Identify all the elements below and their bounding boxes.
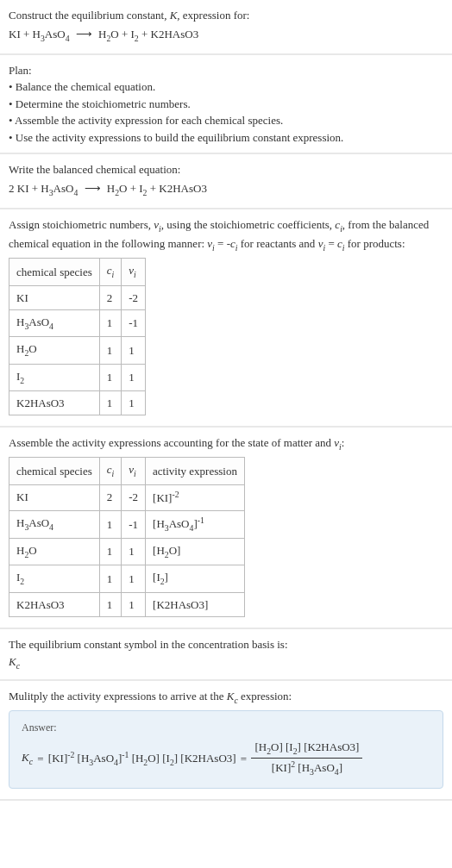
plan-bullet-2: • Determine the stoichiometric numbers. <box>9 96 443 113</box>
kc-denominator: [KI]2 [H3AsO4] <box>251 759 362 779</box>
answer-label: Answer: <box>22 720 430 735</box>
equals-sign: = <box>238 751 250 768</box>
cell-expr: [H2O] <box>146 539 245 565</box>
cell-ci: 1 <box>99 539 122 565</box>
plan-bullet-1: • Balance the chemical equation. <box>9 78 443 96</box>
table-row: H2O 1 1 <box>9 337 146 364</box>
cell-ci: 1 <box>99 390 122 415</box>
cell-ci: 2 <box>99 285 122 310</box>
cell-ci: 1 <box>99 310 122 337</box>
cell-species: I2 <box>9 565 100 592</box>
plan-heading: Plan: <box>9 62 443 79</box>
answer-box: Answer: Kc = [KI]-2 [H3AsO4]-1 [H2O] [I2… <box>9 710 443 789</box>
kc-expression: Kc = [KI]-2 [H3AsO4]-1 [H2O] [I2] [K2HAs… <box>22 739 430 779</box>
multiply-section: Mulitply the activity expressions to arr… <box>0 681 452 801</box>
table-row: H3AsO4 1 -1 [H3AsO4]-1 <box>9 510 245 539</box>
col-vi: νi <box>122 259 146 285</box>
cell-expr: [K2HAsO3] <box>146 592 245 617</box>
activity-para: Assemble the activity expressions accoun… <box>9 434 443 453</box>
table-row: I2 1 1 <box>9 364 146 390</box>
balanced-section: Write the balanced chemical equation: 2 … <box>0 154 452 209</box>
cell-vi: 1 <box>122 592 146 617</box>
table-row: H3AsO4 1 -1 <box>9 310 146 337</box>
table-row: KI 2 -2 [KI]-2 <box>9 484 245 510</box>
table-row: chemical species ci νi <box>9 259 146 285</box>
cell-vi: -1 <box>122 310 146 337</box>
plan-bullet-4: • Use the activity expressions to build … <box>9 129 443 147</box>
table-row: KI 2 -2 <box>9 285 146 310</box>
col-ci: ci <box>99 458 122 484</box>
cell-vi: 1 <box>122 539 146 565</box>
table-row: chemical species ci νi activity expressi… <box>9 458 245 484</box>
stoich-para: Assign stoichiometric numbers, νi, using… <box>9 216 443 254</box>
plan-section: Plan: • Balance the chemical equation. •… <box>0 55 452 155</box>
multiply-para: Mulitply the activity expressions to arr… <box>9 688 443 707</box>
cell-ci: 1 <box>99 510 122 539</box>
cell-expr: [I2] <box>146 565 245 592</box>
kc-flat-expr: [KI]-2 [H3AsO4]-1 [H2O] [I2] [K2HAsO3] <box>48 749 236 770</box>
equals-sign: = <box>35 751 47 768</box>
stoich-table: chemical species ci νi KI 2 -2 H3AsO4 1 … <box>9 258 146 415</box>
cell-vi: 1 <box>122 364 146 390</box>
cell-species: KI <box>9 484 100 510</box>
cell-expr: [H3AsO4]-1 <box>146 510 245 539</box>
cell-species: H3AsO4 <box>9 510 100 539</box>
balanced-equation: 2 KI + H3AsO4 ⟶ H2O + I2 + K2HAsO3 <box>9 180 443 199</box>
col-vi: νi <box>122 458 146 484</box>
table-row: K2HAsO3 1 1 [K2HAsO3] <box>9 592 245 617</box>
kc-lhs-symbol: Kc <box>22 749 33 768</box>
cell-vi: -1 <box>122 510 146 539</box>
plan-bullet-3: • Assemble the activity expression for e… <box>9 112 443 129</box>
col-expr: activity expression <box>146 458 245 484</box>
cell-ci: 1 <box>99 337 122 364</box>
col-species: chemical species <box>9 259 100 285</box>
activity-section: Assemble the activity expressions accoun… <box>0 428 452 629</box>
kc-symbol-para: The equilibrium constant symbol in the c… <box>9 636 443 653</box>
cell-species: K2HAsO3 <box>9 390 100 415</box>
kc-symbol-section: The equilibrium constant symbol in the c… <box>0 629 452 681</box>
intro-section: Construct the equilibrium constant, K, e… <box>0 0 452 55</box>
cell-species: H3AsO4 <box>9 310 100 337</box>
cell-ci: 1 <box>99 364 122 390</box>
kc-symbol: Kc <box>9 653 443 672</box>
cell-ci: 2 <box>99 484 122 510</box>
activity-table: chemical species ci νi activity expressi… <box>9 457 245 617</box>
cell-species: KI <box>9 285 100 310</box>
cell-vi: 1 <box>122 565 146 592</box>
cell-expr: [KI]-2 <box>146 484 245 510</box>
kc-fraction: [H2O] [I2] [K2HAsO3] [KI]2 [H3AsO4] <box>251 739 362 779</box>
cell-species: I2 <box>9 364 100 390</box>
table-row: I2 1 1 [I2] <box>9 565 245 592</box>
table-row: K2HAsO3 1 1 <box>9 390 146 415</box>
cell-ci: 1 <box>99 592 122 617</box>
col-species: chemical species <box>9 458 100 484</box>
cell-species: K2HAsO3 <box>9 592 100 617</box>
cell-ci: 1 <box>99 565 122 592</box>
cell-vi: 1 <box>122 337 146 364</box>
intro-line1: Construct the equilibrium constant, K, e… <box>9 7 443 24</box>
cell-species: H2O <box>9 337 100 364</box>
col-ci: ci <box>99 259 122 285</box>
cell-vi: -2 <box>122 285 146 310</box>
cell-vi: 1 <box>122 390 146 415</box>
balanced-heading: Write the balanced chemical equation: <box>9 161 443 178</box>
kc-numerator: [H2O] [I2] [K2HAsO3] <box>251 739 362 759</box>
intro-equation: KI + H3AsO4 ⟶ H2O + I2 + K2HAsO3 <box>9 26 443 45</box>
table-row: H2O 1 1 [H2O] <box>9 539 245 565</box>
cell-vi: -2 <box>122 484 146 510</box>
stoich-section: Assign stoichiometric numbers, νi, using… <box>0 209 452 428</box>
cell-species: H2O <box>9 539 100 565</box>
